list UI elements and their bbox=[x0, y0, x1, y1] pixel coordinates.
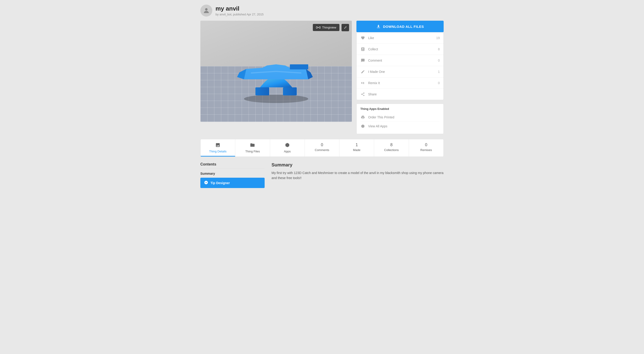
collections-count: 8 bbox=[390, 142, 393, 147]
svg-rect-2 bbox=[256, 87, 269, 95]
apps-tab-icon bbox=[285, 142, 290, 148]
comment-count: 0 bbox=[438, 59, 440, 62]
svg-rect-5 bbox=[316, 27, 318, 28]
image-panel: Thingiview ⤢ bbox=[200, 21, 352, 122]
contents-title: Contents bbox=[200, 162, 264, 168]
page-title: my anvil bbox=[216, 5, 264, 12]
tab-remixes[interactable]: 0 Remixes bbox=[409, 139, 444, 156]
svg-rect-4 bbox=[290, 64, 308, 69]
tab-comments-label: Comments bbox=[315, 148, 329, 152]
like-action[interactable]: Like 19 bbox=[357, 32, 444, 44]
thing-header: my anvil by anvil_bot, published Apr 27,… bbox=[200, 5, 444, 17]
download-btn-label: DOWNLOAD ALL FILES bbox=[383, 25, 424, 29]
view-all-apps-label: View All Apps bbox=[368, 124, 388, 128]
sidebar: DOWNLOAD ALL FILES Like 19 Collect bbox=[356, 21, 444, 134]
made-tab-count: 1 bbox=[356, 142, 358, 147]
svg-rect-6 bbox=[319, 27, 320, 28]
share-label: Share bbox=[368, 92, 440, 96]
tip-designer-label: Tip Designer bbox=[210, 181, 230, 185]
contents-section-label: Summary bbox=[200, 172, 264, 175]
avatar bbox=[200, 5, 212, 17]
view-all-apps-action[interactable]: View All Apps bbox=[360, 122, 440, 131]
action-list: Like 19 Collect 8 Comment bbox=[356, 32, 444, 100]
tab-apps[interactable]: Apps bbox=[270, 139, 305, 156]
comment-icon bbox=[360, 58, 366, 63]
fullscreen-button[interactable]: ⤢ bbox=[342, 24, 349, 31]
tab-apps-label: Apps bbox=[284, 150, 291, 153]
comment-label: Comment bbox=[368, 59, 438, 62]
like-label: Like bbox=[368, 36, 436, 40]
anvil-image bbox=[230, 35, 322, 108]
made-count: 1 bbox=[438, 70, 440, 74]
share-icon bbox=[360, 92, 366, 97]
tab-thing-files-label: Thing Files bbox=[245, 150, 260, 153]
made-icon bbox=[360, 69, 366, 74]
thing-meta: by anvil_bot, published Apr 27, 2015 bbox=[216, 13, 264, 16]
share-action[interactable]: Share bbox=[357, 89, 444, 100]
tab-collections-label: Collections bbox=[384, 148, 399, 152]
collect-icon bbox=[360, 47, 366, 52]
file-tab-icon bbox=[250, 142, 255, 148]
comment-action[interactable]: Comment 0 bbox=[357, 55, 444, 66]
main-content: Thingiview ⤢ DOWNLOAD ALL FILES bbox=[200, 21, 444, 134]
tab-comments[interactable]: 0 Comments bbox=[305, 139, 340, 156]
tab-collections[interactable]: 8 Collections bbox=[374, 139, 409, 156]
tip-designer-button[interactable]: Tip Designer bbox=[200, 178, 264, 188]
tab-made[interactable]: 1 Made bbox=[340, 139, 374, 156]
apps-section-title: Thing Apps Enabled bbox=[360, 107, 440, 111]
download-all-files-button[interactable]: DOWNLOAD ALL FILES bbox=[356, 21, 444, 32]
content-area: Contents Summary Tip Designer Summary My… bbox=[200, 162, 444, 188]
contents-panel: Contents Summary Tip Designer bbox=[200, 162, 264, 188]
cube-icon bbox=[360, 124, 366, 129]
image-tab-icon bbox=[215, 142, 220, 148]
tab-thing-details[interactable]: Thing Details bbox=[200, 139, 235, 156]
collect-action[interactable]: Collect 8 bbox=[357, 44, 444, 55]
svg-point-0 bbox=[205, 8, 208, 11]
fullscreen-icon: ⤢ bbox=[344, 26, 347, 30]
thingiview-button[interactable]: Thingiview bbox=[313, 24, 340, 31]
tabs-bar: Thing Details Thing Files Apps 0 Comment… bbox=[200, 139, 444, 157]
heart-icon bbox=[360, 35, 366, 41]
thing-image-bg bbox=[200, 21, 352, 122]
summary-text: My first try with 123D Catch and Meshmix… bbox=[272, 170, 444, 181]
remix-count: 0 bbox=[438, 81, 440, 85]
download-icon bbox=[376, 24, 381, 29]
summary-title: Summary bbox=[272, 162, 444, 167]
tab-made-label: Made bbox=[353, 148, 360, 152]
order-printed-label: Order This Printed bbox=[368, 115, 394, 119]
remix-label: Remix It bbox=[368, 81, 438, 85]
remixes-count: 0 bbox=[425, 142, 427, 147]
comments-count: 0 bbox=[321, 142, 323, 147]
thing-image-container: Thingiview ⤢ bbox=[200, 21, 352, 122]
print-icon bbox=[360, 115, 366, 120]
tip-icon bbox=[204, 181, 208, 185]
thingiview-label: Thingiview bbox=[322, 26, 336, 29]
svg-point-1 bbox=[244, 95, 308, 103]
glasses-icon bbox=[316, 26, 320, 29]
svg-rect-3 bbox=[283, 87, 297, 95]
like-count: 19 bbox=[436, 36, 440, 40]
remix-icon bbox=[360, 80, 366, 86]
collect-label: Collect bbox=[368, 47, 438, 51]
made-one-action[interactable]: I Made One 1 bbox=[357, 66, 444, 77]
order-printed-action[interactable]: Order This Printed bbox=[360, 113, 440, 122]
tab-remixes-label: Remixes bbox=[420, 148, 432, 152]
remix-action[interactable]: Remix It 0 bbox=[357, 77, 444, 89]
made-label: I Made One bbox=[368, 70, 438, 74]
tab-thing-files[interactable]: Thing Files bbox=[235, 139, 270, 156]
thing-title-area: my anvil by anvil_bot, published Apr 27,… bbox=[216, 5, 264, 16]
apps-section: Thing Apps Enabled Order This Printed Vi… bbox=[356, 104, 444, 134]
collect-count: 8 bbox=[438, 47, 440, 51]
summary-panel: Summary My first try with 123D Catch and… bbox=[272, 162, 444, 188]
tab-thing-details-label: Thing Details bbox=[209, 150, 226, 153]
